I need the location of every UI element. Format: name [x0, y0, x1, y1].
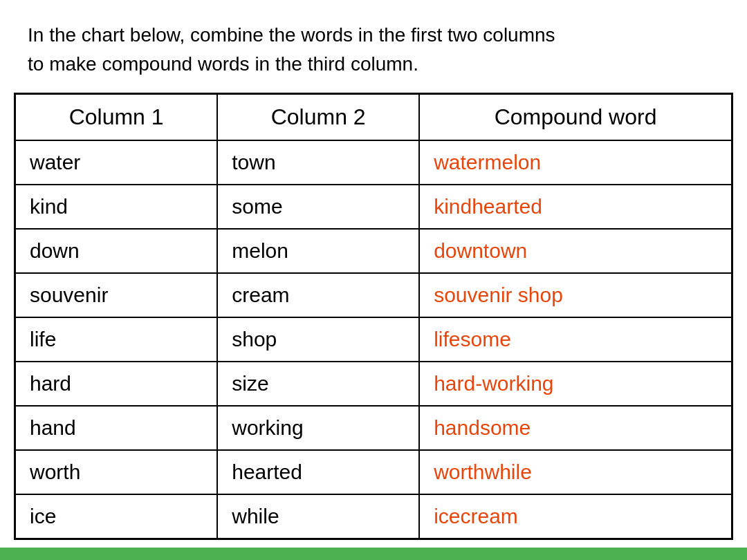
cell-col1: kind	[15, 185, 218, 229]
table-row: handworkinghandsome	[15, 406, 732, 450]
table-row: worthheartedworthwhile	[15, 450, 732, 494]
table-row: icewhileicecream	[15, 494, 732, 539]
cell-col1: hand	[15, 406, 218, 450]
header-col2: Column 2	[217, 94, 419, 141]
cell-col1: down	[15, 229, 218, 273]
table-header-row: Column 1 Column 2 Compound word	[15, 94, 732, 141]
cell-col3-compound: worthwhile	[419, 450, 732, 494]
cell-col2: melon	[217, 229, 419, 273]
table-row: lifeshoplifesome	[15, 317, 732, 362]
cell-col1: worth	[15, 450, 218, 494]
cell-col1: ice	[15, 494, 218, 539]
table-row: watertownwatermelon	[15, 140, 732, 185]
cell-col2: cream	[217, 273, 419, 317]
header-col1: Column 1	[15, 94, 218, 141]
cell-col3-compound: souvenir shop	[419, 273, 732, 317]
cell-col2: some	[217, 185, 419, 229]
table-row: kindsomekindhearted	[15, 185, 732, 229]
cell-col1: water	[15, 140, 218, 185]
table-container: Column 1 Column 2 Compound word watertow…	[0, 93, 747, 548]
cell-col3-compound: hard-working	[419, 362, 732, 406]
compound-words-table: Column 1 Column 2 Compound word watertow…	[14, 93, 733, 540]
cell-col2: while	[217, 494, 419, 539]
bottom-bar	[0, 548, 747, 560]
cell-col2: working	[217, 406, 419, 450]
cell-col2: hearted	[217, 450, 419, 494]
cell-col1: hard	[15, 362, 218, 406]
header-col3: Compound word	[419, 94, 732, 141]
cell-col3-compound: lifesome	[419, 317, 732, 362]
cell-col2: size	[217, 362, 419, 406]
cell-col3-compound: watermelon	[419, 140, 732, 185]
cell-col3-compound: handsome	[419, 406, 732, 450]
cell-col1: souvenir	[15, 273, 218, 317]
cell-col2: town	[217, 140, 419, 185]
cell-col3-compound: icecream	[419, 494, 732, 539]
instruction-text: In the chart below, combine the words in…	[0, 0, 747, 93]
instruction-line2: to make compound words in the third colu…	[28, 53, 418, 75]
cell-col3-compound: downtown	[419, 229, 732, 273]
instruction-line1: In the chart below, combine the words in…	[28, 24, 555, 46]
table-row: souvenircreamsouvenir shop	[15, 273, 732, 317]
cell-col2: shop	[217, 317, 419, 362]
cell-col1: life	[15, 317, 218, 362]
cell-col3-compound: kindhearted	[419, 185, 732, 229]
table-row: downmelondowntown	[15, 229, 732, 273]
table-row: hardsizehard-working	[15, 362, 732, 406]
